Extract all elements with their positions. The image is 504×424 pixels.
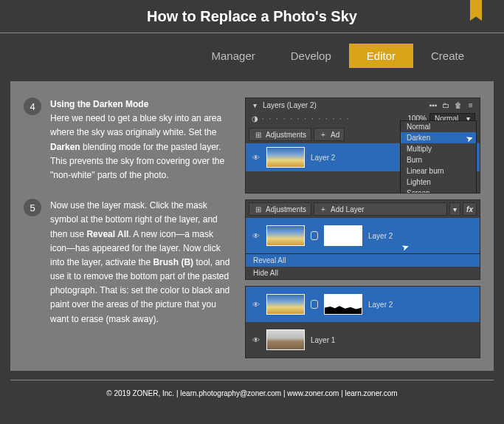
visibility-icon[interactable]: 👁 [252, 231, 260, 240]
cursor-icon: ➤ [400, 242, 410, 254]
tab-create[interactable]: Create [413, 44, 482, 68]
step-number-4: 4 [24, 98, 41, 115]
menu-hide-all[interactable]: Hide All [246, 267, 480, 279]
menu-reveal-all[interactable]: Reveal All [246, 254, 480, 267]
blend-option-lighten[interactable]: Lighten [401, 177, 476, 188]
link-icon[interactable] [311, 231, 318, 240]
tab-editor[interactable]: Editor [349, 44, 413, 68]
layer-mask-painted-thumbnail[interactable] [324, 294, 362, 315]
layer-2-row-masked[interactable]: 👁 ➤ Layer 2 [246, 218, 480, 253]
layer-2-label: Layer 2 [311, 154, 335, 162]
blend-option-darken[interactable]: Darken ➤ [401, 132, 476, 143]
panel1-header: ▾ Layers (Layer 2) ▪▪▪ 🗀 🗑 ≡ [246, 98, 480, 112]
layer-2-row-painted[interactable]: 👁 Layer 2 [246, 287, 480, 322]
instructions-column: 4 Using the Darken Mode Here we need to … [24, 98, 230, 355]
tab-manager[interactable]: Manager [194, 44, 273, 68]
layer-2-thumbnail[interactable] [266, 225, 305, 246]
panel1-title: Layers (Layer 2) [263, 101, 317, 109]
sliders-icon: ⊞ [254, 130, 263, 139]
opacity-icon[interactable]: ◑ [250, 114, 259, 123]
header: How to Replace a Photo's Sky [0, 0, 504, 33]
add-button[interactable]: + Ad [314, 128, 345, 141]
chevron-down-icon[interactable]: ▾ [250, 100, 259, 109]
adjustments-button-2[interactable]: ⊞ Adjustments [249, 202, 311, 216]
layer-2-label: Layer 2 [368, 301, 393, 309]
layer-1-label: Layer 1 [311, 336, 335, 344]
visibility-icon[interactable]: 👁 [252, 300, 260, 309]
mask-context-menu: Reveal All Hide All [246, 253, 480, 279]
add-layer-button[interactable]: + Add Layer [314, 202, 447, 216]
step-4-text: Using the Darken Mode Here we need to ge… [50, 98, 230, 182]
blend-option-multiply[interactable]: Multiply [401, 143, 476, 154]
step-5: 5 Now use the layer mask. Click the mask… [24, 199, 230, 326]
step-5-text: Now use the layer mask. Click the mask s… [50, 199, 230, 326]
layers-panel-3: 👁 Layer 2 👁 Layer 1 [245, 286, 480, 358]
content-area: 4 Using the Darken Mode Here we need to … [10, 81, 494, 371]
tabbar: Manager Develop Editor Create [0, 33, 504, 81]
trash-icon[interactable]: 🗑 [454, 100, 463, 109]
add-layer-dropdown-button[interactable]: ▾ [449, 202, 460, 216]
layers-panel-2: ⊞ Adjustments + Add Layer ▾ fx 👁 ➤ [245, 199, 480, 280]
blend-mode-popup: Normal Darken ➤ Multiply Burn Linear bur… [400, 120, 477, 194]
step-number-5: 5 [24, 199, 41, 216]
mask-black-area [325, 304, 362, 314]
link-icon[interactable] [311, 300, 318, 309]
screenshots-column: ▾ Layers (Layer 2) ▪▪▪ 🗀 🗑 ≡ ◑ · · · · ·… [245, 98, 480, 355]
fx-button[interactable]: fx [463, 202, 477, 216]
cursor-icon: ➤ [464, 133, 474, 146]
blend-option-normal[interactable]: Normal [401, 121, 476, 132]
blend-option-burn[interactable]: Burn [401, 154, 476, 165]
layers-panel-1: ▾ Layers (Layer 2) ▪▪▪ 🗀 🗑 ≡ ◑ · · · · ·… [245, 98, 480, 194]
chevron-down-icon: ▾ [453, 205, 457, 213]
visibility-icon[interactable]: 👁 [252, 335, 260, 344]
visibility-icon[interactable]: 👁 [252, 153, 260, 162]
panel-menu-icon[interactable]: ▪▪▪ [429, 100, 438, 109]
adjustments-button[interactable]: ⊞ Adjustments [249, 128, 311, 141]
blend-option-screen[interactable]: Screen [401, 188, 476, 194]
sliders-icon: ⊞ [254, 205, 263, 213]
page-title: How to Replace a Photo's Sky [147, 8, 357, 25]
layer-mask-thumbnail[interactable]: ➤ [324, 225, 362, 246]
layer-2-label: Layer 2 [368, 232, 393, 240]
layer-2-thumbnail[interactable] [266, 147, 305, 168]
layer-2-thumbnail[interactable] [266, 294, 305, 315]
plus-icon: + [319, 205, 328, 213]
bookmark-icon[interactable] [470, 0, 482, 21]
tab-develop[interactable]: Develop [273, 44, 349, 68]
plus-icon: + [319, 130, 328, 139]
layer-1-thumbnail[interactable] [266, 329, 305, 350]
folder-icon[interactable]: 🗀 [441, 100, 450, 109]
panel2-toolbar: ⊞ Adjustments + Add Layer ▾ fx [246, 200, 480, 218]
opacity-slider[interactable]: · · · · · · · · · · · · · [262, 114, 404, 123]
footer: © 2019 ZONER, Inc. | learn.photography@z… [10, 380, 494, 402]
collapse-icon[interactable]: ≡ [466, 100, 475, 109]
blend-option-linear-burn[interactable]: Linear burn [401, 165, 476, 177]
layer-1-row[interactable]: 👁 Layer 1 [246, 322, 480, 358]
step-4: 4 Using the Darken Mode Here we need to … [24, 98, 230, 182]
